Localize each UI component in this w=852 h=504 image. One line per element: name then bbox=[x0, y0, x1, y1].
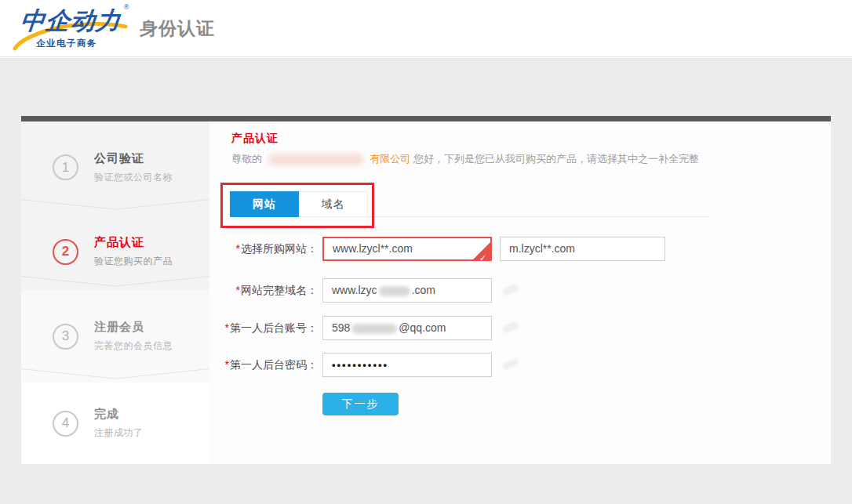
selected-check-icon: ✓ bbox=[472, 241, 491, 260]
domain-input[interactable]: www.lzyc.com bbox=[322, 278, 492, 303]
step-number-badge: 1 bbox=[53, 154, 78, 180]
step-divider-chevron bbox=[21, 199, 209, 210]
eye-icon[interactable] bbox=[502, 283, 519, 296]
logo-subtext: 企业电子商务 bbox=[36, 38, 97, 49]
content-area: 产品认证 尊敬的 有限公司 您好，下列是您已从我司购买的产品，请选择其中之一补全… bbox=[209, 121, 831, 464]
panel-top-bar bbox=[21, 116, 831, 121]
step-title: 注册会员 bbox=[94, 320, 173, 335]
step-subtitle: 完善您的会员信息 bbox=[94, 339, 173, 353]
step-divider-chevron bbox=[21, 276, 209, 287]
field-label: *第一人后台密码： bbox=[209, 353, 318, 377]
required-mark: * bbox=[225, 358, 229, 371]
step-title: 完成 bbox=[94, 407, 144, 422]
step-number-badge: 4 bbox=[53, 411, 78, 437]
next-step-button[interactable]: 下一步 bbox=[322, 393, 399, 415]
trademark-symbol: ® bbox=[124, 3, 129, 11]
admin-account-input[interactable]: 598@qq.com bbox=[322, 316, 492, 340]
eye-icon[interactable] bbox=[502, 321, 519, 334]
main-panel: 1 公司验证 验证您或公司名称 2 产品认证 验证您购买的产品 3 注册会员 bbox=[21, 116, 831, 464]
header: 中企动力 ® 企业电子商务 身份认证 bbox=[0, 0, 852, 57]
step-subtitle: 验证您购买的产品 bbox=[94, 255, 173, 268]
step-number-badge: 3 bbox=[53, 324, 78, 350]
redacted-text bbox=[351, 324, 397, 334]
required-mark: * bbox=[225, 321, 229, 334]
section-title: 产品认证 bbox=[231, 132, 279, 146]
step-complete: 4 完成 注册成功了 bbox=[21, 383, 209, 464]
company-logo: 中企动力 ® 企业电子商务 bbox=[9, 3, 139, 55]
tab-domain[interactable]: 域名 bbox=[299, 191, 368, 217]
product-tabs: 网站 域名 bbox=[230, 191, 368, 217]
greeting-prefix: 尊敬的 bbox=[231, 153, 262, 165]
step-title: 产品认证 bbox=[94, 235, 173, 250]
steps-sidebar: 1 公司验证 验证您或公司名称 2 产品认证 验证您购买的产品 3 注册会员 bbox=[21, 121, 209, 464]
admin-password-input[interactable]: ••••••••••• bbox=[322, 353, 492, 377]
eye-icon[interactable] bbox=[502, 357, 519, 371]
step-divider-chevron bbox=[21, 368, 209, 379]
tab-website[interactable]: 网站 bbox=[230, 191, 299, 217]
greeting-suffix: 您好，下列是您已从我司购买的产品，请选择其中之一补全完整 bbox=[413, 153, 699, 165]
step-number-badge: 2 bbox=[53, 239, 78, 265]
step-company-verify: 1 公司验证 验证您或公司名称 bbox=[21, 121, 209, 213]
logo-text: 中企动力 bbox=[19, 5, 122, 38]
field-label: *第一人后台账号： bbox=[209, 316, 318, 340]
redacted-company-name bbox=[268, 154, 364, 165]
step-subtitle: 注册成功了 bbox=[94, 426, 144, 440]
field-label: *网站完整域名： bbox=[209, 278, 318, 303]
field-label: *选择所购网站： bbox=[209, 237, 318, 261]
page-title: 身份认证 bbox=[140, 16, 215, 41]
step-subtitle: 验证您或公司名称 bbox=[94, 171, 173, 184]
step-register-member: 3 注册会员 完善您的会员信息 bbox=[21, 290, 209, 383]
step-title: 公司验证 bbox=[94, 151, 173, 166]
step-product-verify: 2 产品认证 验证您购买的产品 bbox=[21, 213, 209, 290]
required-mark: * bbox=[236, 242, 240, 255]
required-mark: * bbox=[236, 284, 240, 296]
greeting-text: 尊敬的 有限公司 您好，下列是您已从我司购买的产品，请选择其中之一补全完整 bbox=[231, 152, 699, 166]
company-suffix: 有限公司 bbox=[370, 153, 410, 165]
site-option-alternate[interactable]: m.lzycl**.com bbox=[500, 237, 665, 261]
site-option-selected[interactable]: www.lzycl**.com ✓ bbox=[322, 237, 492, 261]
redacted-text bbox=[379, 286, 410, 296]
